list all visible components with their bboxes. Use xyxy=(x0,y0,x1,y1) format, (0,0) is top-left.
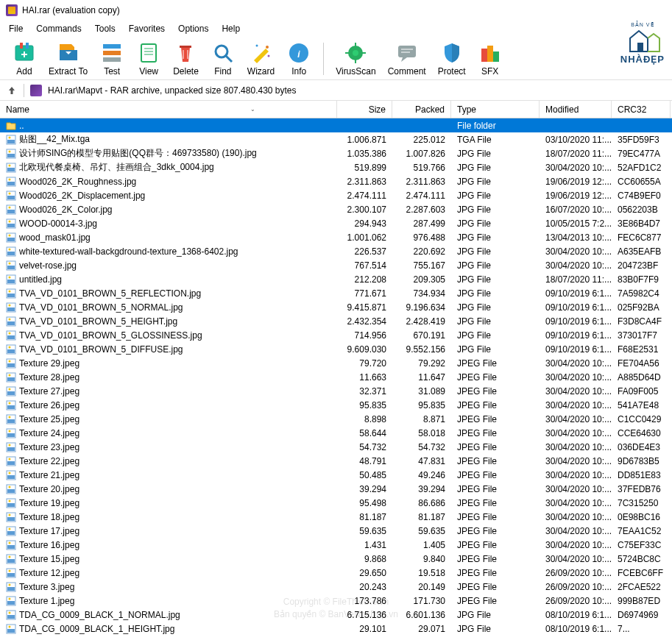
menu-options[interactable]: Options xyxy=(172,22,214,35)
file-size: 58.644 xyxy=(337,428,392,438)
address-path[interactable]: HAI.rar\Mapvt - RAR archive, unpacked si… xyxy=(48,85,666,96)
svg-point-81 xyxy=(9,346,11,348)
file-size: 95.835 xyxy=(337,400,392,410)
folder-icon xyxy=(6,121,16,131)
sfx-button[interactable]: SFX xyxy=(472,40,509,78)
file-row[interactable]: Texture 19.jpeg95.49886.686JPEG File30/0… xyxy=(0,496,672,510)
col-name[interactable]: Name⌄ xyxy=(0,101,337,118)
file-name: Texture 26.jpeg xyxy=(19,400,79,410)
file-row[interactable]: TDA_CG_0009_BLACK_1_NORMAL.jpg6.715.1366… xyxy=(0,608,672,622)
toolbtn-label: Delete xyxy=(173,66,199,77)
file-row[interactable]: Texture 20.jpeg39.29439.294JPEG File30/0… xyxy=(0,482,672,496)
sfx-icon xyxy=(478,41,502,65)
file-row[interactable]: Texture 18.jpeg81.18781.187JPEG File30/0… xyxy=(0,510,672,524)
file-row[interactable]: TDA_CG_0009_BLACK_1_HEIGHT.jpg29.10129.0… xyxy=(0,622,672,636)
menu-help[interactable]: Help xyxy=(216,22,246,35)
file-row[interactable]: 贴图__42_Mix.tga1.006.871225.012TGA File03… xyxy=(0,132,672,146)
file-list[interactable]: ..File folder贴图__42_Mix.tga1.006.871225.… xyxy=(0,118,672,636)
file-row[interactable]: Texture 15.jpeg9.8689.840JPEG File30/04/… xyxy=(0,552,672,566)
svg-rect-122 xyxy=(7,545,15,549)
file-crc: 52AFD1C2 xyxy=(612,163,671,173)
file-row[interactable]: Texture 1.jpeg173.786171.730JPEG File26/… xyxy=(0,594,672,608)
parent-folder-row[interactable]: ..File folder xyxy=(0,118,672,132)
view-button[interactable]: View xyxy=(130,40,167,78)
menu-file[interactable]: File xyxy=(3,22,29,35)
file-row[interactable]: TVA_VD_0101_BROWN_5_HEIGHT.jpg2.432.3542… xyxy=(0,314,672,328)
file-row[interactable]: 设计师SING的模型专用贴图(QQ群号：469733580) (190).jpg… xyxy=(0,146,672,160)
file-row[interactable]: untitled.jpg212.208209.305JPG File18/07/… xyxy=(0,272,672,286)
menu-favorites[interactable]: Favorites xyxy=(123,22,171,35)
col-size[interactable]: Size xyxy=(337,101,392,118)
file-row[interactable]: TVA_VD_0101_BROWN_5_GLOSSINESS.jpg714.95… xyxy=(0,328,672,342)
file-type: JPEG File xyxy=(451,400,540,410)
file-name: TVA_VD_0101_BROWN_5_REFLECTION.jpg xyxy=(19,288,201,299)
file-row[interactable]: TVA_VD_0101_BROWN_5_DIFFUSE.jpg9.609.030… xyxy=(0,342,672,356)
info-button[interactable]: iInfo xyxy=(280,40,317,78)
file-row[interactable]: Texture 23.jpeg54.73254.732JPEG File30/0… xyxy=(0,440,672,454)
svg-rect-32 xyxy=(493,51,499,62)
svg-point-14 xyxy=(216,46,227,57)
file-modified: 26/09/2020 10:... xyxy=(540,596,612,606)
col-crc[interactable]: CRC32 xyxy=(612,101,671,118)
file-modified: 09/10/2019 6:1... xyxy=(540,302,612,313)
up-button[interactable] xyxy=(6,85,18,96)
file-row[interactable]: WOOD-00014-3.jpg294.943287.499JPG File10… xyxy=(0,216,672,230)
file-row[interactable]: velvet-rose.jpg767.514755.167JPG File30/… xyxy=(0,258,672,272)
col-modified[interactable]: Modified xyxy=(540,101,612,118)
file-name: Wood026_2K_Color.jpg xyxy=(19,205,113,215)
file-row[interactable]: Wood026_2K_Color.jpg2.300.1072.287.603JP… xyxy=(0,202,672,216)
file-row[interactable]: Texture 27.jpeg32.37131.089JPEG File30/0… xyxy=(0,384,672,398)
file-size: 29.101 xyxy=(337,624,392,634)
delete-button[interactable]: Delete xyxy=(167,40,205,78)
file-row[interactable]: wood_mask01.jpg1.001.062976.488JPG File1… xyxy=(0,230,672,244)
test-button[interactable]: Test xyxy=(93,40,130,78)
file-row[interactable]: Texture 17.jpeg59.63559.635JPEG File30/0… xyxy=(0,524,672,538)
svg-rect-104 xyxy=(7,461,15,465)
add-button[interactable]: Add xyxy=(6,40,43,78)
svg-rect-71 xyxy=(7,307,15,311)
file-row[interactable]: Texture 21.jpeg50.48549.246JPEG File30/0… xyxy=(0,468,672,482)
file-crc: 83B0F7F9 xyxy=(612,274,671,285)
image-file-icon xyxy=(6,386,16,397)
file-row[interactable]: Texture 16.jpeg1.4311.405JPEG File30/04/… xyxy=(0,538,672,552)
menu-tools[interactable]: Tools xyxy=(89,22,121,35)
svg-point-129 xyxy=(9,569,11,572)
file-type: JPG File xyxy=(451,177,540,187)
file-row[interactable]: 北欧现代餐桌椅、吊灯、挂画组合_3dkk_0004.jpg519.899519.… xyxy=(0,160,672,174)
col-packed[interactable]: Packed xyxy=(392,101,451,118)
file-row[interactable]: Texture 28.jpeg11.66311.647JPEG File30/0… xyxy=(0,370,672,384)
image-file-icon xyxy=(6,358,16,369)
file-row[interactable]: Texture 22.jpeg48.79147.831JPEG File30/0… xyxy=(0,454,672,468)
file-row[interactable]: Texture 26.jpeg95.83595.835JPEG File30/0… xyxy=(0,398,672,412)
file-size: 32.371 xyxy=(337,386,392,397)
file-row[interactable]: Texture 25.jpeg8.8988.871JPEG File30/04/… xyxy=(0,412,672,426)
window-title: HAI.rar (evaluation copy) xyxy=(22,5,120,15)
file-row[interactable]: Texture 12.jpeg29.65019.518JPEG File26/0… xyxy=(0,566,672,580)
file-type: JPEG File xyxy=(451,484,540,494)
file-row[interactable]: Texture 24.jpeg58.64458.018JPEG File30/0… xyxy=(0,426,672,440)
virusscan-button[interactable]: VirusScan xyxy=(330,40,381,78)
comment-button[interactable]: Comment xyxy=(382,40,432,78)
find-button[interactable]: Find xyxy=(205,40,241,78)
file-row[interactable]: Texture 29.jpeg79.72079.292JPEG File30/0… xyxy=(0,356,672,370)
file-row[interactable]: Texture 3.jpeg20.24320.149JPEG File26/09… xyxy=(0,580,672,594)
svg-point-87 xyxy=(9,374,11,376)
file-modified: 18/07/2020 11:... xyxy=(540,149,612,159)
file-row[interactable]: Wood026_2K_Displacement.jpg2.474.1112.47… xyxy=(0,188,672,202)
menu-commands[interactable]: Commands xyxy=(30,22,87,35)
svg-point-45 xyxy=(9,178,11,180)
svg-point-18 xyxy=(267,55,269,57)
extract-to-button[interactable]: Extract To xyxy=(43,40,93,78)
file-packed: 2.311.863 xyxy=(392,177,451,187)
protect-button[interactable]: Protect xyxy=(432,40,472,78)
svg-point-39 xyxy=(9,150,11,152)
wizard-button[interactable]: Wizard xyxy=(241,40,280,78)
file-row[interactable]: Wood026_2K_Roughness.jpg2.311.8632.311.8… xyxy=(0,174,672,188)
col-type[interactable]: Type xyxy=(451,101,540,118)
file-row[interactable]: white-textured-wall-backgdround-texture_… xyxy=(0,244,672,258)
svg-rect-116 xyxy=(7,517,15,521)
svg-rect-53 xyxy=(7,224,15,227)
file-row[interactable]: TVA_VD_0101_BROWN_5_REFLECTION.jpg771.67… xyxy=(0,286,672,300)
file-packed: 11.647 xyxy=(392,372,451,383)
file-row[interactable]: TVA_VD_0101_BROWN_5_NORMAL.jpg9.415.8719… xyxy=(0,300,672,314)
